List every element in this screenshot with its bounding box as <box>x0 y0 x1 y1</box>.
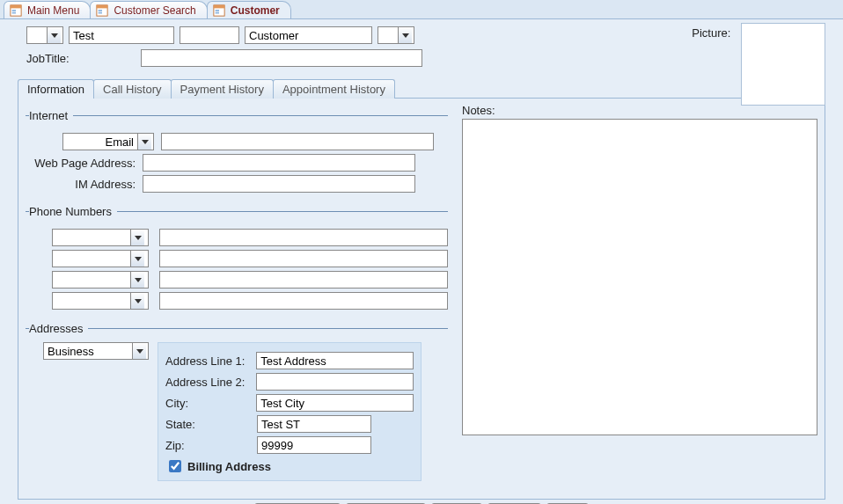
tab-label: Call History <box>103 83 161 96</box>
title-combo[interactable] <box>26 26 63 44</box>
dropdown-icon[interactable] <box>137 134 151 150</box>
window-tab-customer-search[interactable]: Customer Search <box>90 1 207 18</box>
dropdown-icon[interactable] <box>132 343 146 359</box>
phone-type-input[interactable] <box>53 251 130 267</box>
svg-rect-2 <box>12 10 16 11</box>
phone-type-input[interactable] <box>53 230 130 245</box>
tab-page-information: Internet Web Page Address: IM Address: <box>18 98 825 500</box>
picture-label: Picture: <box>692 26 730 40</box>
svg-rect-11 <box>215 11 218 13</box>
addr-zip-input[interactable] <box>257 436 371 454</box>
addresses-group: Addresses Address Line 1: Address Line 2… <box>26 322 448 481</box>
im-input[interactable] <box>143 175 415 193</box>
email-input[interactable] <box>161 133 434 150</box>
form-icon <box>96 4 108 17</box>
form-icon <box>213 4 225 17</box>
phone-number-input[interactable] <box>159 271 448 289</box>
dropdown-icon[interactable] <box>398 27 412 43</box>
billing-label: Billing Address <box>187 460 271 473</box>
phone-number-input[interactable] <box>159 229 448 246</box>
window-tab-label: Customer <box>231 4 280 17</box>
phone-number-input[interactable] <box>159 250 448 267</box>
tab-label: Appointment History <box>282 83 385 96</box>
tab-label: Payment History <box>180 83 264 96</box>
email-type-input[interactable] <box>63 134 137 150</box>
phone-type-input[interactable] <box>53 293 130 309</box>
phone-type-combo[interactable] <box>52 271 149 289</box>
addresses-legend: Addresses <box>29 322 88 335</box>
webpage-input[interactable] <box>143 154 415 172</box>
phones-group: Phone Numbers <box>26 205 448 313</box>
svg-rect-9 <box>214 4 224 8</box>
jobtitle-input[interactable] <box>141 49 422 67</box>
suffix-combo-input[interactable] <box>378 27 398 43</box>
tab-payment-history[interactable]: Payment History <box>171 79 274 99</box>
window-tab-label: Main Menu <box>27 4 79 17</box>
addr-state-label: State: <box>165 418 250 431</box>
dropdown-icon[interactable] <box>130 230 144 245</box>
svg-rect-3 <box>12 11 16 13</box>
phone-number-input[interactable] <box>159 292 448 310</box>
im-label: IM Address: <box>26 178 136 191</box>
tab-appointment-history[interactable]: Appointment History <box>273 79 395 99</box>
billing-address-check[interactable]: Billing Address <box>165 457 414 475</box>
window-tab-bar: Main Menu Customer Search Customer <box>0 0 843 19</box>
phone-type-input[interactable] <box>53 272 130 288</box>
customer-header: JobTitle: Picture: <box>0 19 843 70</box>
tab-call-history[interactable]: Call History <box>93 79 171 99</box>
window-tab-customer[interactable]: Customer <box>207 1 291 18</box>
address-type-input[interactable] <box>44 343 132 359</box>
phone-type-combo[interactable] <box>52 250 149 267</box>
svg-rect-7 <box>99 11 102 13</box>
phone-type-combo[interactable] <box>52 292 149 310</box>
dropdown-icon[interactable] <box>130 251 144 267</box>
form-icon <box>10 4 22 17</box>
suffix-combo[interactable] <box>378 26 414 44</box>
dropdown-icon[interactable] <box>130 272 144 288</box>
svg-rect-10 <box>215 10 218 11</box>
detail-tab-control: Information Call History Payment History… <box>18 79 825 500</box>
window-tab-main-menu[interactable]: Main Menu <box>4 1 91 18</box>
internet-group: Internet Web Page Address: IM Address: <box>26 109 448 196</box>
title-combo-input[interactable] <box>27 27 47 43</box>
dropdown-icon[interactable] <box>130 293 144 309</box>
addr-line1-label: Address Line 1: <box>165 354 249 368</box>
last-name-input[interactable] <box>245 26 372 44</box>
phone-type-combo[interactable] <box>52 229 149 246</box>
addr-city-label: City: <box>165 397 249 410</box>
addr-line1-input[interactable] <box>256 352 414 369</box>
address-type-combo[interactable] <box>43 342 149 360</box>
svg-rect-6 <box>99 10 102 11</box>
addr-line2-input[interactable] <box>256 373 414 391</box>
middle-name-input[interactable] <box>180 26 239 44</box>
address-detail-box: Address Line 1: Address Line 2: City: St… <box>158 342 422 481</box>
svg-rect-1 <box>11 4 21 8</box>
addr-line2-label: Address Line 2: <box>165 376 249 389</box>
email-type-combo[interactable] <box>62 133 154 150</box>
notes-textarea[interactable] <box>462 119 817 435</box>
internet-legend: Internet <box>29 109 73 122</box>
phones-legend: Phone Numbers <box>29 205 117 218</box>
addr-state-input[interactable] <box>257 415 371 433</box>
tab-information[interactable]: Information <box>18 79 94 99</box>
picture-box[interactable] <box>741 23 825 106</box>
dropdown-icon[interactable] <box>47 27 61 43</box>
svg-rect-5 <box>97 4 107 8</box>
jobtitle-label: JobTitle: <box>26 52 79 65</box>
addr-zip-label: Zip: <box>165 439 250 452</box>
webpage-label: Web Page Address: <box>26 157 136 170</box>
first-name-input[interactable] <box>69 26 174 44</box>
window-tab-label: Customer Search <box>114 4 195 17</box>
addr-city-input[interactable] <box>256 394 414 412</box>
footer-button-bar: Save & Close Save & New Delete Cancel Pr… <box>0 500 843 504</box>
tab-label: Information <box>27 83 84 96</box>
billing-checkbox[interactable] <box>169 460 181 472</box>
